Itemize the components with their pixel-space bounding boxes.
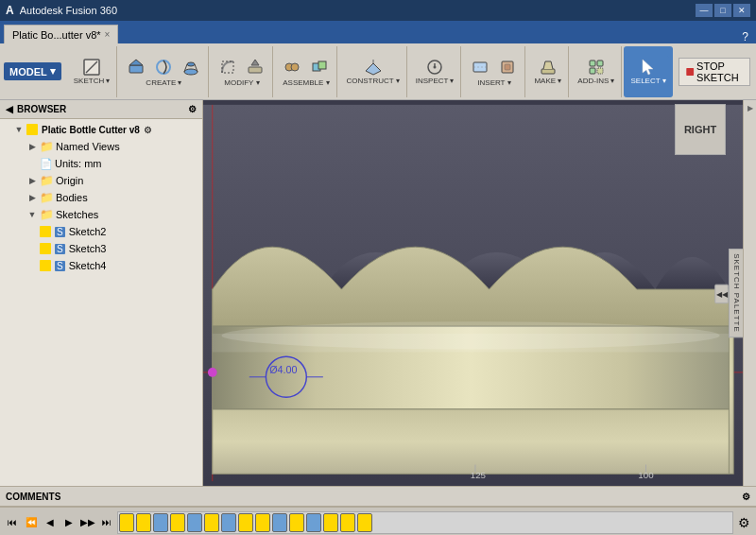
tree-item-units[interactable]: 📄 Units: mm	[0, 155, 202, 172]
press-pull-icon	[246, 58, 265, 77]
assemble-btn-2[interactable]	[306, 56, 333, 78]
minimize-button[interactable]: —	[696, 4, 713, 17]
timeline-prev[interactable]: ◀	[42, 514, 59, 531]
right-panel-toggle[interactable]: ▶	[743, 100, 756, 486]
svg-text:◀◀: ◀◀	[716, 290, 729, 299]
svg-rect-29	[597, 68, 603, 74]
timeline-item-11[interactable]	[289, 513, 304, 532]
toolbar-group-make: MAKE ▾	[527, 46, 569, 97]
inspect-btn[interactable]: INSPECT ▾	[413, 56, 457, 87]
timeline-skip-start[interactable]: ⏮	[4, 514, 21, 531]
create-btn-2[interactable]	[150, 56, 177, 78]
timeline-item-2[interactable]	[136, 513, 151, 532]
sketch-button[interactable]: SKETCH ▾	[71, 56, 113, 87]
app-logo-icon: A	[6, 4, 14, 17]
insert-btn-2[interactable]	[494, 56, 521, 78]
svg-point-44	[208, 368, 217, 377]
joint-icon	[283, 58, 301, 77]
timeline-item-15[interactable]	[357, 513, 372, 532]
timeline-item-1[interactable]	[119, 513, 134, 532]
assemble-btn-1[interactable]	[279, 56, 305, 78]
browser-collapse-icon[interactable]: ◀	[6, 104, 13, 114]
toolbar-group-construct: CONSTRUCT ▾	[339, 46, 406, 97]
timeline-play[interactable]: ▶	[60, 514, 77, 531]
right-panel-arrow: ▶	[747, 104, 753, 112]
timeline: ⏮ ⏪ ◀ ▶ ▶▶ ⏭ ⚙	[0, 507, 756, 535]
tree-sketch3-icon: S	[55, 244, 65, 254]
timeline-next[interactable]: ▶▶	[79, 514, 96, 531]
timeline-item-12[interactable]	[306, 513, 321, 532]
construct-btn[interactable]: CONSTRUCT ▾	[343, 56, 402, 87]
create-label: CREATE ▾	[146, 78, 181, 87]
insert-btn-row	[467, 56, 521, 78]
tab-bar: Platic Bo...utter v8* × ?	[0, 21, 756, 43]
browser-settings-icon[interactable]: ⚙	[188, 104, 197, 114]
active-tab[interactable]: Platic Bo...utter v8* ×	[4, 25, 118, 43]
timeline-item-5[interactable]	[187, 513, 202, 532]
sketch-icon	[82, 58, 101, 77]
tree-item-bodies[interactable]: ▶ 📁 Bodies	[0, 189, 202, 206]
tree-item-sketch4[interactable]: S Sketch4	[0, 257, 202, 274]
model-dropdown[interactable]: MODEL ▾	[4, 62, 61, 80]
timeline-settings-icon[interactable]: ⚙	[735, 514, 752, 531]
sketch-palette-panel[interactable]: SKETCH PALETTE	[729, 249, 743, 337]
tab-close-icon[interactable]: ×	[105, 29, 111, 40]
tree-sketch4-eye[interactable]	[40, 260, 51, 271]
svg-marker-3	[129, 60, 143, 65]
create-btn-1[interactable]	[123, 56, 149, 78]
stop-sketch-button[interactable]: STOP SKETCH	[679, 58, 751, 86]
timeline-item-3[interactable]	[153, 513, 168, 532]
maximize-button[interactable]: □	[714, 4, 731, 17]
timeline-item-6[interactable]	[204, 513, 219, 532]
close-button[interactable]: ✕	[733, 4, 750, 17]
tree-sketches-label: Sketches	[56, 209, 98, 220]
make-btn[interactable]: MAKE ▾	[531, 56, 564, 87]
svg-rect-28	[590, 68, 595, 74]
svg-marker-11	[251, 60, 259, 65]
tree-sketch2-eye[interactable]	[40, 226, 51, 237]
timeline-strip[interactable]	[117, 511, 733, 534]
tree-sketches-arrow: ▼	[26, 210, 38, 219]
select-label: SELECT ▾	[630, 77, 665, 85]
construct-label: CONSTRUCT ▾	[346, 77, 399, 85]
timeline-item-8[interactable]	[238, 513, 253, 532]
comments-settings-icon[interactable]: ⚙	[742, 492, 750, 502]
timeline-item-9[interactable]	[255, 513, 270, 532]
browser-header: ◀ BROWSER ⚙	[0, 100, 202, 119]
toolbar-group-create: CREATE ▾	[119, 46, 209, 97]
tree-item-sketches[interactable]: ▼ 📁 Sketches	[0, 206, 202, 223]
timeline-item-14[interactable]	[340, 513, 355, 532]
tree-root[interactable]: ▼ Platic Bottle Cutter v8 ⚙	[0, 121, 202, 138]
modify-btn-1[interactable]	[215, 56, 241, 78]
tree-item-origin[interactable]: ▶ 📁 Origin	[0, 172, 202, 189]
titlebar-controls: — □ ✕	[696, 4, 750, 17]
tree-units-label: Units: mm	[55, 158, 102, 169]
inspect-label: INSPECT ▾	[416, 77, 455, 85]
insert-btn-1[interactable]	[467, 56, 493, 78]
tree-sketch3-eye[interactable]	[40, 243, 51, 254]
create-btn-3[interactable]	[178, 56, 204, 78]
timeline-skip-end[interactable]: ⏭	[98, 514, 115, 531]
tree-item-sketch2[interactable]: S Sketch2	[0, 223, 202, 240]
tree-root-eye[interactable]	[26, 124, 38, 135]
viewport[interactable]: Ø4.00 125 100 ◀◀ RIGHT SKETCH PALETTE	[203, 100, 743, 486]
view-cube-right[interactable]: RIGHT	[675, 104, 726, 155]
select-btn[interactable]: SELECT ▾	[627, 56, 668, 87]
titlebar-left: A Autodesk Fusion 360	[6, 4, 117, 17]
help-icon[interactable]: ?	[734, 30, 756, 43]
timeline-item-13[interactable]	[323, 513, 338, 532]
select-icon	[639, 58, 658, 77]
tree-item-sketch3[interactable]: S Sketch3	[0, 240, 202, 257]
toolbar-group-addins: ADD-INS ▾	[571, 46, 622, 97]
tree-root-settings[interactable]: ⚙	[144, 125, 152, 135]
addins-btn[interactable]: ADD-INS ▾	[575, 56, 617, 87]
timeline-item-4[interactable]	[170, 513, 185, 532]
timeline-item-10[interactable]	[272, 513, 287, 532]
modify-btn-2[interactable]	[242, 56, 268, 78]
timeline-rewind[interactable]: ⏪	[23, 514, 40, 531]
toolbar-group-inspect: INSPECT ▾	[409, 46, 462, 97]
view-cube[interactable]: RIGHT	[669, 104, 726, 161]
svg-rect-25	[541, 69, 555, 74]
tree-item-named-views[interactable]: ▶ 📁 Named Views	[0, 138, 202, 155]
timeline-item-7[interactable]	[221, 513, 236, 532]
